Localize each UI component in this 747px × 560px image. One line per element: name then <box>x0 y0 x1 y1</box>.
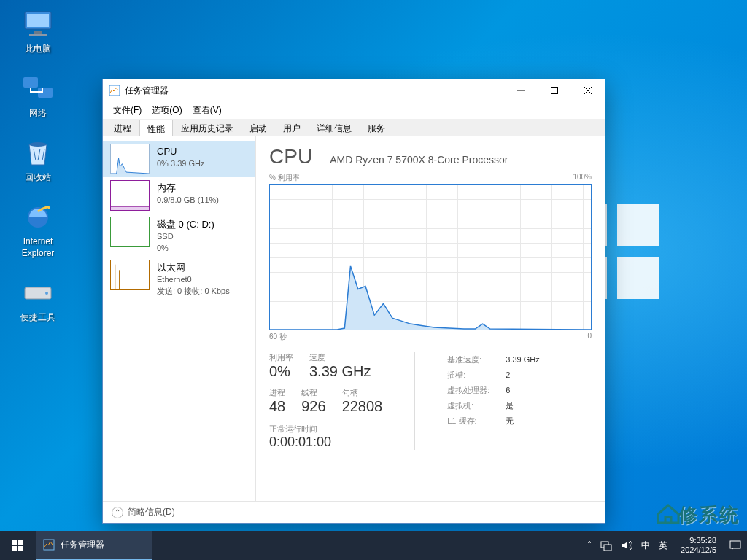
internet-explorer-icon <box>20 198 55 233</box>
sidebar-ethernet-value: 发送: 0 接收: 0 Kbps <box>157 286 230 297</box>
ime-language-indicator[interactable]: 中 <box>641 540 650 552</box>
spec-vprocessors-value: 6 <box>506 386 510 394</box>
menu-file[interactable]: 文件(F) <box>109 103 146 118</box>
desktop-icon-label: Internet Explorer <box>10 236 66 259</box>
spec-vm-value: 是 <box>506 401 514 410</box>
computer-icon <box>20 6 55 41</box>
taskbar-clock[interactable]: 9:35:28 2024/12/5 <box>676 536 721 555</box>
sidebar-item-ethernet[interactable]: 以太网Ethernet0发送: 0 接收: 0 Kbps <box>103 257 255 300</box>
memory-thumbnail <box>110 180 150 211</box>
spec-base-speed-label: 基准速度: <box>447 352 506 368</box>
tab-details[interactable]: 详细信息 <box>309 119 360 136</box>
action-center-icon[interactable] <box>729 540 741 551</box>
drive-icon <box>20 274 55 309</box>
detail-title: CPU <box>269 145 312 168</box>
svg-rect-13 <box>12 540 17 545</box>
spec-vm-label: 虚拟机: <box>447 398 506 413</box>
svg-rect-11 <box>551 88 558 94</box>
sidebar-disk-name: 磁盘 0 (C: D:) <box>157 218 214 231</box>
stat-utilization-value: 0% <box>269 363 293 380</box>
sidebar-item-disk[interactable]: 磁盘 0 (C: D:)SSD0% <box>103 214 255 257</box>
svg-rect-15 <box>12 546 17 551</box>
desktop-icon-label: 此电脑 <box>10 44 66 55</box>
window-title: 任务管理器 <box>125 85 504 97</box>
system-tray: ˄ 中 英 9:35:28 2024/12/5 <box>581 531 747 560</box>
spec-l1cache-label: L1 缓存: <box>447 413 506 429</box>
svg-rect-19 <box>604 545 611 551</box>
stat-processes-value: 48 <box>269 398 285 415</box>
tab-performance[interactable]: 性能 <box>139 120 173 136</box>
stat-speed-value: 3.39 GHz <box>309 363 371 380</box>
taskbar: 任务管理器 ˄ 中 英 9:35:28 2024/12/5 <box>0 531 747 560</box>
task-manager-icon <box>43 539 55 551</box>
svg-point-6 <box>29 142 47 147</box>
spec-l1cache-value: 无 <box>506 416 514 425</box>
fewer-details-link[interactable]: 简略信息(D) <box>128 506 175 518</box>
stat-handles-value: 22808 <box>342 398 383 415</box>
sidebar-item-memory[interactable]: 内存0.9/8.0 GB (11%) <box>103 177 255 214</box>
desktop-icon-ie[interactable]: Internet Explorer <box>10 198 66 259</box>
menu-view[interactable]: 查看(V) <box>188 103 226 118</box>
tab-app-history[interactable]: 应用历史记录 <box>173 119 241 136</box>
menu-options[interactable]: 选项(O) <box>147 103 186 118</box>
svg-rect-20 <box>730 541 740 548</box>
svg-rect-4 <box>23 77 38 88</box>
stat-threads-value: 926 <box>301 398 325 415</box>
task-manager-icon <box>109 85 120 96</box>
desktop-icon-label: 回收站 <box>10 172 66 184</box>
desktop-icon-tools[interactable]: 便捷工具 <box>10 274 66 324</box>
detail-subtitle: AMD Ryzen 7 5700X 8-Core Processor <box>330 154 508 166</box>
spec-sockets-label: 插槽: <box>447 368 506 383</box>
sidebar-disk-value: 0% <box>157 243 214 254</box>
uptime-label: 正常运行时间 <box>269 424 382 435</box>
sidebar-ethernet-name: 以太网 <box>157 261 230 274</box>
clock-time: 9:35:28 <box>681 536 716 545</box>
window-footer: ⌃ 简略信息(D) <box>103 501 605 523</box>
spec-sockets-value: 2 <box>506 370 510 379</box>
sidebar-cpu-value: 0% 3.39 GHz <box>157 158 204 169</box>
svg-rect-1 <box>27 14 49 27</box>
taskbar-item-task-manager[interactable]: 任务管理器 <box>36 531 152 560</box>
network-tray-icon[interactable] <box>600 540 612 551</box>
uptime-value: 0:00:01:00 <box>269 435 382 450</box>
disk-thumbnail <box>110 217 150 247</box>
desktop-icon-network[interactable]: 网络 <box>10 70 66 120</box>
volume-icon[interactable] <box>621 540 632 551</box>
desktop-icon-label: 便捷工具 <box>10 312 66 324</box>
svg-rect-16 <box>18 546 23 551</box>
cpu-thumbnail <box>110 144 150 174</box>
maximize-button[interactable] <box>538 79 571 101</box>
close-button[interactable] <box>571 79 605 101</box>
tab-services[interactable]: 服务 <box>360 119 393 136</box>
tab-users[interactable]: 用户 <box>275 119 309 136</box>
svg-rect-3 <box>29 34 47 36</box>
ethernet-thumbnail <box>110 260 150 290</box>
svg-rect-2 <box>34 31 42 34</box>
desktop-icon-recycle-bin[interactable]: 回收站 <box>10 134 66 184</box>
sidebar-memory-value: 0.9/8.0 GB (11%) <box>157 195 219 206</box>
clock-date: 2024/12/5 <box>681 545 716 555</box>
desktop-icon-this-pc[interactable]: 此电脑 <box>10 6 66 55</box>
start-button[interactable] <box>0 531 35 560</box>
chart-xright: 0 <box>587 332 592 342</box>
chevron-up-icon[interactable]: ⌃ <box>112 507 123 518</box>
stat-handles-label: 句柄 <box>342 387 383 398</box>
cpu-specs: 基准速度:3.39 GHz 插槽:2 虚拟处理器:6 虚拟机:是 L1 缓存:无 <box>447 352 539 450</box>
tab-processes[interactable]: 进程 <box>106 119 139 136</box>
task-manager-window: 任务管理器 文件(F) 选项(O) 查看(V) 进程 性能 应用历史记录 启动 … <box>102 79 605 524</box>
spec-vprocessors-label: 虚拟处理器: <box>447 383 506 398</box>
desktop-icon-label: 网络 <box>10 108 66 120</box>
sidebar-item-cpu[interactable]: CPU0% 3.39 GHz <box>103 141 255 177</box>
ime-mode-indicator[interactable]: 英 <box>659 540 667 552</box>
spec-base-speed-value: 3.39 GHz <box>506 355 539 364</box>
sidebar-memory-name: 内存 <box>157 182 219 195</box>
minimize-button[interactable] <box>504 79 538 101</box>
titlebar[interactable]: 任务管理器 <box>103 79 605 101</box>
cpu-utilization-chart[interactable] <box>269 184 592 330</box>
tray-chevron-up-icon[interactable]: ˄ <box>587 540 592 551</box>
tab-startup[interactable]: 启动 <box>241 119 275 136</box>
chart-xleft: 60 秒 <box>269 332 287 342</box>
network-icon <box>20 70 55 105</box>
watermark: 修系统 <box>655 502 740 528</box>
menu-bar: 文件(F) 选项(O) 查看(V) <box>103 101 605 119</box>
